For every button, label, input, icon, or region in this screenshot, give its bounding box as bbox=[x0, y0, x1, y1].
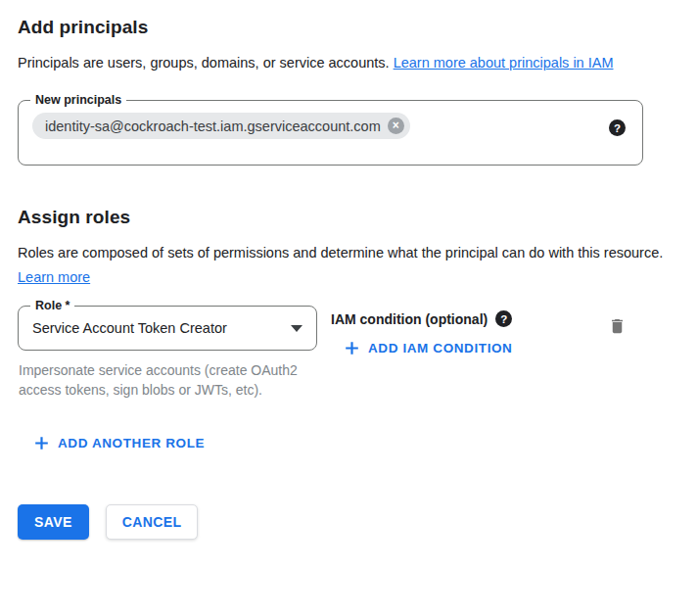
learn-more-roles-link[interactable]: Learn more bbox=[18, 269, 90, 285]
assign-roles-description-text: Roles are composed of sets of permission… bbox=[18, 245, 663, 261]
plus-icon bbox=[345, 341, 359, 355]
dialog-actions: SAVE CANCEL bbox=[18, 504, 680, 540]
principals-description: Principals are users, groups, domains, o… bbox=[18, 51, 666, 75]
learn-more-principals-link[interactable]: Learn more about principals in IAM bbox=[394, 55, 614, 71]
role-row: Role * Service Account Token Creator Imp… bbox=[18, 306, 680, 400]
plus-icon bbox=[34, 436, 49, 450]
add-another-role-button[interactable]: ADD ANOTHER ROLE bbox=[34, 436, 205, 450]
new-principals-field[interactable]: New principals identity-sa@cockroach-tes… bbox=[18, 100, 643, 166]
role-column: Role * Service Account Token Creator Imp… bbox=[18, 306, 317, 400]
role-helper-text: Impersonate service accounts (create OAu… bbox=[19, 360, 304, 400]
role-selected-value: Service Account Token Creator bbox=[32, 320, 227, 336]
trash-icon bbox=[608, 316, 627, 336]
page-title: Add principals bbox=[18, 17, 680, 38]
save-button[interactable]: SAVE bbox=[18, 504, 89, 540]
delete-role-column bbox=[608, 306, 627, 340]
help-icon[interactable]: ? bbox=[495, 310, 512, 327]
iam-condition-column: IAM condition (optional) ? ADD IAM CONDI… bbox=[331, 306, 512, 359]
iam-condition-label: IAM condition (optional) bbox=[331, 311, 488, 327]
new-principals-label: New principals bbox=[30, 92, 126, 109]
cancel-button[interactable]: CANCEL bbox=[106, 504, 199, 540]
add-another-role-label: ADD ANOTHER ROLE bbox=[58, 436, 205, 450]
add-iam-condition-button[interactable]: ADD IAM CONDITION bbox=[345, 341, 512, 355]
role-select[interactable]: Role * Service Account Token Creator bbox=[18, 306, 317, 351]
principal-chip[interactable]: identity-sa@cockroach-test.iam.gservicea… bbox=[32, 113, 410, 139]
help-icon[interactable]: ? bbox=[609, 119, 626, 136]
assign-roles-description: Roles are composed of sets of permission… bbox=[18, 241, 666, 290]
close-icon[interactable]: × bbox=[388, 118, 404, 134]
role-label: Role * bbox=[30, 298, 74, 314]
delete-role-button[interactable] bbox=[608, 316, 627, 336]
principal-chip-text: identity-sa@cockroach-test.iam.gservicea… bbox=[45, 118, 381, 134]
add-principals-panel: Add principals Principals are users, gro… bbox=[0, 0, 698, 540]
principals-description-text: Principals are users, groups, domains, o… bbox=[18, 55, 394, 71]
chevron-down-icon bbox=[291, 325, 302, 332]
add-iam-condition-label: ADD IAM CONDITION bbox=[368, 341, 512, 355]
assign-roles-title: Assign roles bbox=[18, 207, 680, 228]
